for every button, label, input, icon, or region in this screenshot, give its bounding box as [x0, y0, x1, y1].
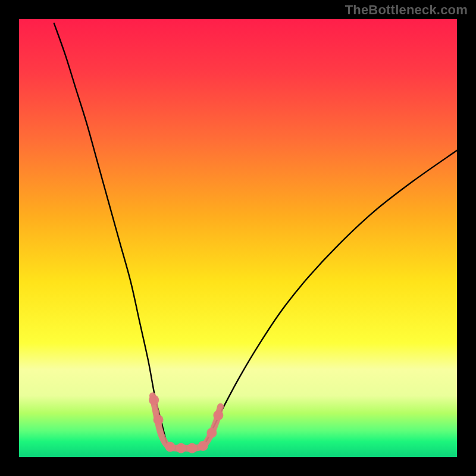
highlight-marker — [154, 415, 164, 425]
chart-stage: TheBottleneck.com — [0, 0, 476, 476]
highlight-marker — [213, 411, 223, 421]
highlight-marker — [198, 441, 208, 451]
highlight-marker — [206, 428, 217, 438]
plot-background — [19, 19, 457, 457]
highlight-marker — [149, 395, 159, 405]
chart-svg — [0, 0, 476, 476]
highlight-marker — [176, 443, 186, 453]
watermark-text: TheBottleneck.com — [345, 2, 468, 18]
highlight-marker — [165, 442, 175, 452]
highlight-marker — [187, 443, 197, 453]
